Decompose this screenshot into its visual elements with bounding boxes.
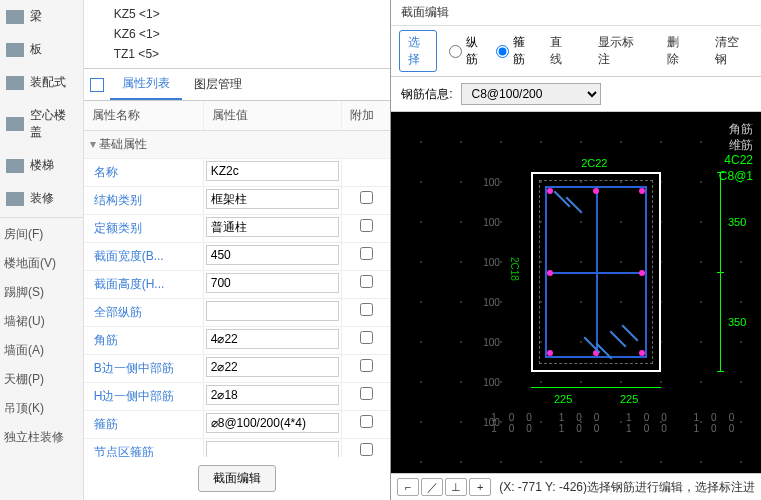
nav-prefab[interactable]: 装配式 [0,66,83,99]
finish-icon [6,192,24,206]
nav-label: 墙裙(U) [4,313,45,330]
column-section[interactable] [531,172,661,372]
prop-input-joint[interactable] [206,441,339,457]
tool-clear[interactable]: 清空钢 [707,31,753,71]
component-tree: KZ5 <1> KZ6 <1> TZ1 <5> [84,0,390,68]
nav-indep[interactable]: 独立柱装修 [0,423,83,452]
nav-label: 墙面(A) [4,342,44,359]
mid-stirrup-v[interactable] [596,186,598,358]
beam-icon [6,10,24,24]
hollow-icon [6,117,24,131]
tool-delete[interactable]: 删除 [659,31,695,71]
snap-plus-icon[interactable]: + [469,478,491,496]
prop-label: 箍筋 [84,411,204,438]
group-basic[interactable]: 基础属性 [84,131,390,159]
tree-item[interactable]: KZ5 <1> [94,4,380,24]
radio-longbar[interactable] [449,45,462,58]
nav-ceiling[interactable]: 天棚(P) [0,365,83,394]
prop-check[interactable] [360,359,373,372]
section-canvas[interactable]: 角筋维筋 4C22C8@1 2C22 2C18 350 [391,112,761,473]
prop-input-quota[interactable] [206,217,339,237]
nav-suspended[interactable]: 吊顶(K) [0,394,83,423]
snap-endpoint-icon[interactable]: ⌐ [397,478,419,496]
prop-row: 角筋 [84,327,390,355]
expand-icon[interactable] [90,78,104,92]
prop-input-bside[interactable] [206,357,339,377]
snap-perp-icon[interactable]: ⊥ [445,478,467,496]
nav-wall[interactable]: 墙面(A) [0,336,83,365]
prop-check[interactable] [360,443,373,456]
tool-stirrup[interactable]: 箍筋 [496,34,530,68]
section-edit-button[interactable]: 截面编辑 [198,465,276,492]
prop-check[interactable] [360,387,373,400]
radio-stirrup[interactable] [496,45,509,58]
prop-check[interactable] [360,247,373,260]
grid-label: 100 [483,377,500,388]
dim-side-label: 2C18 [509,257,520,281]
editor-toolbar: 选择 纵筋 箍筋 直线 显示标注 删除 清空钢 [391,26,761,77]
prop-check[interactable] [360,331,373,344]
prefab-icon [6,76,24,90]
prop-input-allbars[interactable] [206,301,339,321]
annotation: 角筋维筋 4C22C8@1 [719,122,753,184]
property-tabs: 属性列表 图层管理 [84,68,390,101]
snap-line-icon[interactable]: ／ [421,478,443,496]
nav-baseboard[interactable]: 踢脚(S) [0,278,83,307]
prop-row: H边一侧中部筋 [84,383,390,411]
nav-label: 梁 [30,8,42,25]
prop-input-width[interactable] [206,245,339,265]
prop-label: 截面宽度(B... [84,243,204,270]
tool-showdim[interactable]: 显示标注 [590,31,646,71]
prop-input-struct[interactable] [206,189,339,209]
tool-line[interactable]: 直线 [542,31,578,71]
nav-label: 天棚(P) [4,371,44,388]
nav-label: 空心楼盖 [30,107,77,141]
stair-icon [6,159,24,173]
rebar-select[interactable]: C8@100/200 [461,83,601,105]
col-name: 属性名称 [84,101,204,130]
grid-label: 100 [483,177,500,188]
nav-label: 吊顶(K) [4,400,44,417]
prop-check[interactable] [360,219,373,232]
prop-row: 名称 [84,159,390,187]
nav-finish[interactable]: 装修 [0,182,83,215]
grid-label: 100 [483,337,500,348]
prop-label: 角筋 [84,327,204,354]
tool-select[interactable]: 选择 [399,30,437,72]
nav-wainscot[interactable]: 墙裙(U) [0,307,83,336]
nav-label: 楼梯 [30,157,54,174]
grid-label: 100 [483,297,500,308]
prop-label: 全部纵筋 [84,299,204,326]
prop-check[interactable] [360,303,373,316]
nav-floor[interactable]: 楼地面(V) [0,249,83,278]
prop-check[interactable] [360,415,373,428]
prop-input-corner[interactable] [206,329,339,349]
prop-label: H边一侧中部筋 [84,383,204,410]
prop-label: 定额类别 [84,215,204,242]
tool-longbar[interactable]: 纵筋 [449,34,483,68]
prop-input-height[interactable] [206,273,339,293]
nav-room[interactable]: 房间(F) [0,220,83,249]
prop-check[interactable] [360,275,373,288]
nav-beam[interactable]: 梁 [0,0,83,33]
prop-row: 截面高度(H... [84,271,390,299]
nav-label: 板 [30,41,42,58]
prop-row: 截面宽度(B... [84,243,390,271]
prop-check[interactable] [360,191,373,204]
property-list: 基础属性 名称 结构类别 定额类别 截面宽度(B... 截面高度(H... 全部… [84,131,390,457]
prop-label: 结构类别 [84,187,204,214]
tree-item[interactable]: KZ6 <1> [94,24,380,44]
nav-label: 楼地面(V) [4,255,56,272]
nav-stair[interactable]: 楼梯 [0,149,83,182]
nav-slab[interactable]: 板 [0,33,83,66]
nav-hollow[interactable]: 空心楼盖 [0,99,83,149]
tree-item[interactable]: TZ1 <5> [94,44,380,64]
prop-input-name[interactable] [206,161,339,181]
tab-layers[interactable]: 图层管理 [182,70,254,99]
prop-row: 节点区箍筋 [84,439,390,457]
prop-input-hside[interactable] [206,385,339,405]
grid-label: 100 [483,217,500,228]
component-nav: 梁 板 装配式 空心楼盖 楼梯 装修 房间(F) 楼地面(V) 踢脚(S) 墙裙… [0,0,84,500]
prop-input-stirrup[interactable] [206,413,339,433]
tab-properties[interactable]: 属性列表 [110,69,182,100]
